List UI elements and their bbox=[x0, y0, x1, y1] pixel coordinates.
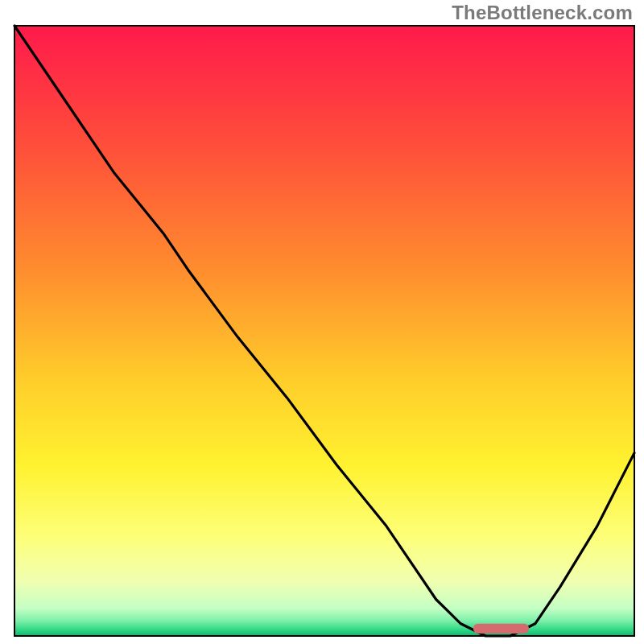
optimum-segment bbox=[473, 624, 529, 634]
chart-stage: TheBottleneck.com bbox=[0, 0, 644, 644]
gradient-background bbox=[14, 26, 634, 636]
chart-canvas bbox=[0, 0, 644, 644]
watermark-text: TheBottleneck.com bbox=[452, 2, 633, 24]
